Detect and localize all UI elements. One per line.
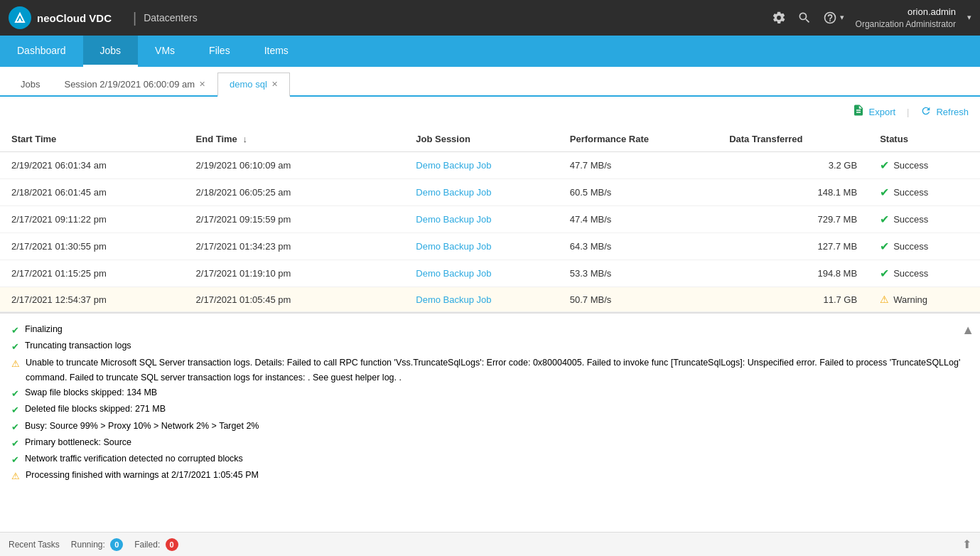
- cell-start-time: 2/19/2021 06:01:34 am: [0, 152, 185, 179]
- app-logo: neoCloud VDC: [9, 6, 112, 29]
- cell-empty: [369, 260, 404, 287]
- jobs-table: Start Time End Time ↓ Job Session Perfor…: [0, 127, 980, 312]
- cell-start-time: 2/18/2021 06:01:45 am: [0, 179, 185, 206]
- refresh-icon: [920, 105, 932, 119]
- cell-end-time: 2/18/2021 06:05:25 am: [185, 179, 370, 206]
- username: orion.admin: [856, 6, 956, 18]
- log-warning-icon: ⚠: [11, 357, 20, 372]
- table-header-row: Start Time End Time ↓ Job Session Perfor…: [0, 127, 980, 152]
- log-line: ✔Finalizing: [11, 322, 969, 338]
- cell-status: ⚠ Warning: [868, 287, 980, 312]
- subtab-demosql-close[interactable]: ✕: [271, 80, 278, 88]
- log-text: Processing finished with warnings at 2/1…: [26, 468, 259, 483]
- cell-data: 729.7 MB: [718, 206, 868, 233]
- success-icon: ✔: [880, 213, 889, 226]
- settings-button[interactable]: [772, 11, 786, 25]
- table-row: 2/17/2021 01:30:55 pm 2/17/2021 01:34:23…: [0, 233, 980, 260]
- col-start-time[interactable]: Start Time: [0, 127, 185, 152]
- search-button[interactable]: [797, 11, 812, 25]
- cell-perf: 53.3 MB/s: [559, 260, 718, 287]
- col-data-transferred[interactable]: Data Transferred: [718, 127, 868, 152]
- toolbar: Export | Refresh: [0, 97, 980, 127]
- jobs-table-container: Start Time End Time ↓ Job Session Perfor…: [0, 127, 980, 313]
- cell-status: ✔ Success: [868, 206, 980, 233]
- table-row: 2/17/2021 09:11:22 pm 2/17/2021 09:15:59…: [0, 206, 980, 233]
- job-link[interactable]: Demo Backup Job: [416, 294, 491, 305]
- subtabs: Jobs Session 2/19/2021 06:00:09 am ✕ dem…: [0, 67, 980, 97]
- failed-count: 0: [166, 538, 178, 551]
- tab-dashboard[interactable]: Dashboard: [0, 36, 83, 67]
- subtab-demosql[interactable]: demo sql ✕: [217, 73, 290, 97]
- cell-job: Demo Backup Job: [404, 152, 559, 179]
- tab-items[interactable]: Items: [247, 36, 306, 67]
- recent-tasks-label[interactable]: Recent Tasks: [9, 540, 60, 550]
- cell-perf: 60.5 MB/s: [559, 179, 718, 206]
- cell-start-time: 2/17/2021 09:11:22 pm: [0, 206, 185, 233]
- svg-marker-1: [18, 18, 22, 22]
- log-line: ✔Network traffic verification detected n…: [11, 451, 969, 468]
- log-line: ✔Primary bottleneck: Source: [11, 435, 969, 451]
- status-text: Success: [893, 268, 928, 279]
- nav-section[interactable]: Datacenters: [144, 12, 197, 23]
- log-warning-icon: ⚠: [11, 469, 20, 484]
- col-empty: [369, 127, 404, 152]
- tab-files[interactable]: Files: [192, 36, 247, 67]
- cell-end-time: 2/17/2021 01:34:23 pm: [185, 233, 370, 260]
- log-line: ✔Truncating transaction logs: [11, 338, 969, 355]
- status-text: Success: [893, 187, 928, 198]
- log-success-icon: ✔: [11, 324, 19, 338]
- tab-jobs[interactable]: Jobs: [83, 36, 139, 67]
- cell-status: ✔ Success: [868, 152, 980, 179]
- subtab-session-close[interactable]: ✕: [199, 80, 205, 88]
- export-button[interactable]: Export: [852, 104, 896, 119]
- help-button[interactable]: ▾: [823, 11, 844, 25]
- log-text: Network traffic verification detected no…: [25, 451, 243, 466]
- job-link[interactable]: Demo Backup Job: [416, 268, 491, 279]
- navbar: neoCloud VDC | Datacenters ▾ orion.admin…: [0, 0, 980, 36]
- table-row: 2/17/2021 12:54:37 pm 2/17/2021 01:05:45…: [0, 287, 980, 312]
- log-success-icon: ✔: [11, 387, 19, 402]
- footer-scroll-up[interactable]: ⬆: [962, 538, 971, 551]
- log-scroll-up[interactable]: ▲: [962, 319, 974, 341]
- cell-job: Demo Backup Job: [404, 179, 559, 206]
- log-text: Deleted file blocks skipped: 271 MB: [25, 402, 166, 417]
- status-text: Success: [893, 241, 928, 252]
- tab-vms[interactable]: VMs: [138, 36, 192, 67]
- cell-job: Demo Backup Job: [404, 287, 559, 312]
- cell-perf: 50.7 MB/s: [559, 287, 718, 312]
- cell-job: Demo Backup Job: [404, 233, 559, 260]
- cell-start-time: 2/17/2021 01:15:25 pm: [0, 260, 185, 287]
- log-success-icon: ✔: [11, 403, 19, 418]
- subtab-session[interactable]: Session 2/19/2021 06:00:09 am ✕: [52, 73, 217, 95]
- cell-status: ✔ Success: [868, 179, 980, 206]
- job-link[interactable]: Demo Backup Job: [416, 214, 491, 225]
- log-success-icon: ✔: [11, 420, 19, 435]
- col-perf-rate[interactable]: Performance Rate: [559, 127, 718, 152]
- log-success-icon: ✔: [11, 437, 19, 451]
- col-end-time[interactable]: End Time ↓: [185, 127, 370, 152]
- main-tabbar: Dashboard Jobs VMs Files Items: [0, 36, 980, 67]
- cell-data: 3.2 GB: [718, 152, 868, 179]
- status-text: Warning: [893, 294, 927, 305]
- log-panel[interactable]: ▲ ✔Finalizing✔Truncating transaction log…: [0, 313, 980, 532]
- job-link[interactable]: Demo Backup Job: [416, 241, 491, 252]
- log-text: Swap file blocks skipped: 134 MB: [25, 385, 157, 400]
- job-link[interactable]: Demo Backup Job: [416, 187, 491, 198]
- warning-icon: ⚠: [880, 294, 889, 305]
- job-link[interactable]: Demo Backup Job: [416, 160, 491, 171]
- cell-empty: [369, 287, 404, 312]
- subtab-jobs[interactable]: Jobs: [9, 73, 52, 95]
- export-icon: [852, 104, 865, 119]
- cell-empty: [369, 206, 404, 233]
- log-line: ⚠Processing finished with warnings at 2/…: [11, 468, 969, 484]
- col-status[interactable]: Status: [868, 127, 980, 152]
- cell-data: 194.8 MB: [718, 260, 868, 287]
- help-arrow: ▾: [840, 13, 844, 22]
- user-dropdown-arrow[interactable]: ▾: [967, 13, 971, 22]
- table-row: 2/19/2021 06:01:34 am 2/19/2021 06:10:09…: [0, 152, 980, 179]
- cell-end-time: 2/17/2021 01:05:45 pm: [185, 287, 370, 312]
- col-job-session[interactable]: Job Session: [404, 127, 559, 152]
- refresh-button[interactable]: Refresh: [920, 105, 969, 119]
- running-label: Running: 0: [71, 538, 123, 551]
- log-success-icon: ✔: [11, 453, 19, 468]
